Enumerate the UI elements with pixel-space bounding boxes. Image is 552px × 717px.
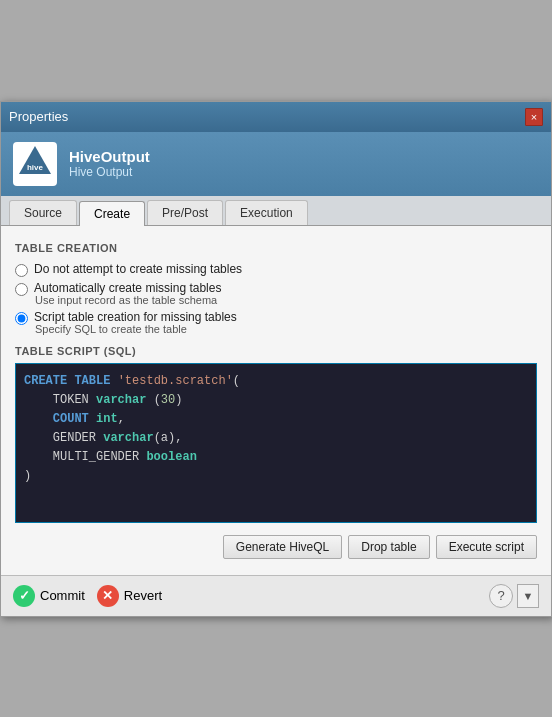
table-creation-label: TABLE CREATION bbox=[15, 242, 537, 254]
radio-label-2: Automatically create missing tables bbox=[34, 281, 221, 295]
check-icon: ✓ bbox=[13, 585, 35, 607]
close-button[interactable]: × bbox=[525, 108, 543, 126]
tab-create[interactable]: Create bbox=[79, 201, 145, 226]
app-icon: hive bbox=[13, 142, 57, 186]
x-icon: ✕ bbox=[97, 585, 119, 607]
execute-script-button[interactable]: Execute script bbox=[436, 535, 537, 559]
app-subtitle: Hive Output bbox=[69, 165, 150, 179]
tab-prepost[interactable]: Pre/Post bbox=[147, 200, 223, 225]
radio-label-1: Do not attempt to create missing tables bbox=[34, 262, 242, 276]
svg-text:hive: hive bbox=[27, 163, 44, 172]
radio-group: Do not attempt to create missing tables … bbox=[15, 262, 537, 335]
revert-button[interactable]: ✕ Revert bbox=[97, 585, 162, 607]
app-name: HiveOutput bbox=[69, 148, 150, 165]
properties-window: Properties × hive HiveOutput Hive Output… bbox=[0, 101, 552, 617]
drop-table-button[interactable]: Drop table bbox=[348, 535, 429, 559]
tab-bar: Source Create Pre/Post Execution bbox=[1, 196, 551, 226]
revert-label: Revert bbox=[124, 588, 162, 603]
radio-block-2: Automatically create missing tables Use … bbox=[15, 281, 537, 306]
action-buttons: Generate HiveQL Drop table Execute scrip… bbox=[15, 535, 537, 563]
footer-left: ✓ Commit ✕ Revert bbox=[13, 585, 162, 607]
window-title: Properties bbox=[9, 109, 68, 124]
radio-label-3: Script table creation for missing tables bbox=[34, 310, 237, 324]
footer: ✓ Commit ✕ Revert ? ▼ bbox=[1, 575, 551, 616]
tab-content: TABLE CREATION Do not attempt to create … bbox=[1, 226, 551, 575]
sql-section-label: TABLE SCRIPT (SQL) bbox=[15, 345, 537, 357]
radio-sublabel-3: Specify SQL to create the table bbox=[35, 323, 537, 335]
radio-script-create[interactable] bbox=[15, 312, 28, 325]
commit-button[interactable]: ✓ Commit bbox=[13, 585, 85, 607]
tab-execution[interactable]: Execution bbox=[225, 200, 308, 225]
sql-editor[interactable]: CREATE TABLE 'testdb.scratch'( TOKEN var… bbox=[15, 363, 537, 523]
generate-hiveql-button[interactable]: Generate HiveQL bbox=[223, 535, 342, 559]
radio-item-1: Do not attempt to create missing tables bbox=[15, 262, 537, 277]
help-button[interactable]: ? bbox=[489, 584, 513, 608]
radio-sublabel-2: Use input record as the table schema bbox=[35, 294, 537, 306]
radio-block-3: Script table creation for missing tables… bbox=[15, 310, 537, 335]
radio-no-create[interactable] bbox=[15, 264, 28, 277]
radio-auto-create[interactable] bbox=[15, 283, 28, 296]
commit-label: Commit bbox=[40, 588, 85, 603]
footer-right: ? ▼ bbox=[489, 584, 539, 608]
tab-source[interactable]: Source bbox=[9, 200, 77, 225]
title-bar: Properties × bbox=[1, 102, 551, 132]
header-info: HiveOutput Hive Output bbox=[69, 148, 150, 179]
arrow-button[interactable]: ▼ bbox=[517, 584, 539, 608]
app-header: hive HiveOutput Hive Output bbox=[1, 132, 551, 196]
hive-logo-svg: hive bbox=[15, 142, 55, 182]
